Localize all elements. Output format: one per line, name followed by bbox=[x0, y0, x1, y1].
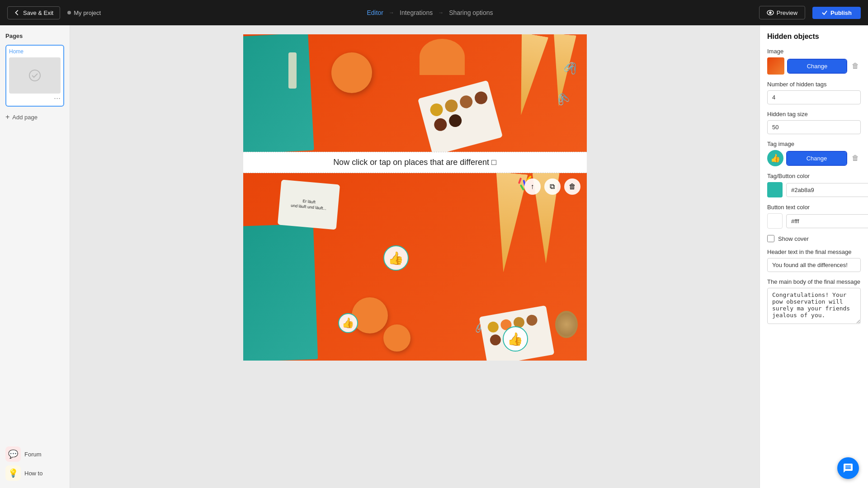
main-body-textarea[interactable] bbox=[767, 288, 861, 324]
page-thumb-menu[interactable]: ··· bbox=[9, 94, 61, 103]
project-name: My project bbox=[67, 9, 101, 16]
btn-text-color-row bbox=[767, 213, 861, 229]
save-exit-button[interactable]: Save & Exit bbox=[7, 6, 60, 19]
orange-fruit-bottom-2 bbox=[383, 324, 410, 352]
save-exit-label: Save & Exit bbox=[23, 9, 53, 16]
instruction-bar: Now click or tap on places that are diff… bbox=[243, 152, 587, 173]
main-body-label: The main body of the final message bbox=[767, 278, 861, 285]
header-text-input[interactable] bbox=[767, 258, 861, 272]
palette-deco bbox=[417, 80, 502, 152]
sidebar-howto-item[interactable]: 💡 How to bbox=[5, 465, 64, 481]
tag-image-delete-button[interactable]: 🗑 bbox=[850, 152, 861, 164]
nav-arrow-1: → bbox=[389, 9, 394, 16]
dot-icon bbox=[67, 11, 71, 14]
tag-color-label: Tag/Button color bbox=[767, 173, 861, 179]
canvas-copy-btn[interactable]: ⧉ bbox=[544, 178, 561, 195]
canvas-image-bottom[interactable]: Er läuftund läuft und läuft... bbox=[243, 173, 587, 361]
nav-step-editor[interactable]: Editor bbox=[367, 9, 383, 16]
svg-point-2 bbox=[29, 70, 40, 81]
chat-bubble[interactable] bbox=[837, 457, 859, 479]
sidebar: Pages Home ··· + Add page 💬 Forum bbox=[0, 25, 70, 488]
header-text-label: Header text in the final message bbox=[767, 249, 861, 255]
btn-text-color-label: Button text color bbox=[767, 204, 861, 211]
notebook-deco-top bbox=[243, 34, 314, 152]
tag-badge-2[interactable]: 👍 bbox=[338, 313, 358, 333]
tag-size-label: Hidden tag size bbox=[767, 111, 861, 117]
orange-fruit-top bbox=[331, 52, 372, 93]
tag-image-label: Tag image bbox=[767, 141, 861, 147]
preview-button[interactable]: Preview bbox=[759, 6, 805, 19]
topbar: Save & Exit My project Editor → Integrat… bbox=[0, 0, 868, 25]
nav-steps: Editor → Integrations → Sharing options bbox=[108, 9, 752, 16]
notebook-deco-bottom bbox=[243, 224, 318, 361]
panel-title: Hidden objects bbox=[767, 33, 861, 41]
image-label: Image bbox=[767, 48, 861, 55]
num-tags-input[interactable] bbox=[767, 90, 861, 104]
svg-point-1 bbox=[769, 12, 771, 14]
canvas-content: 🖇️ 🖇️ Now click or tap on places that ar… bbox=[243, 34, 587, 361]
nailpolish-deco bbox=[288, 52, 297, 89]
tag-badge-3[interactable]: 👍 bbox=[503, 326, 528, 352]
page-thumb-home[interactable]: Home ··· bbox=[5, 45, 64, 107]
image-change-button[interactable]: Change bbox=[788, 60, 846, 73]
nav-arrow-2: → bbox=[438, 9, 443, 16]
vw-card: Er läuftund läuft und läuft... bbox=[277, 180, 340, 230]
num-tags-label: Number of hidden tags bbox=[767, 81, 861, 88]
tag-badge-1[interactable]: 👍 bbox=[383, 245, 409, 271]
show-cover-checkbox[interactable] bbox=[767, 235, 774, 242]
page-thumb-image bbox=[9, 57, 61, 94]
canvas-image-top: 🖇️ 🖇️ bbox=[243, 34, 587, 152]
tag-color-row bbox=[767, 182, 861, 197]
main-layout: Pages Home ··· + Add page 💬 Forum bbox=[0, 25, 868, 488]
canvas-actions: ↑ ⧉ 🗑 bbox=[524, 178, 580, 195]
btn-text-color-swatch[interactable] bbox=[767, 213, 783, 229]
sidebar-bottom: 💬 Forum 💡 How to bbox=[5, 446, 64, 481]
orange-bg-bottom: Er läuftund läuft und läuft... bbox=[243, 173, 587, 361]
tag-image-change-button[interactable]: Change bbox=[787, 152, 846, 165]
icecream-cone-1 bbox=[507, 34, 548, 117]
show-cover-row: Show cover bbox=[767, 235, 861, 242]
page-thumb-label: Home bbox=[9, 48, 61, 55]
clothespin-2: 🖇️ bbox=[554, 91, 571, 107]
canvas-delete-btn[interactable]: 🗑 bbox=[564, 178, 580, 195]
tag-color-input[interactable] bbox=[786, 183, 868, 197]
image-thumbnail bbox=[767, 57, 784, 75]
canvas-move-btn[interactable]: ↑ bbox=[524, 178, 541, 195]
canvas-area[interactable]: 🖇️ 🖇️ Now click or tap on places that ar… bbox=[70, 25, 760, 488]
half-orange-top bbox=[420, 39, 465, 75]
btn-text-color-input[interactable] bbox=[786, 214, 868, 228]
pages-title: Pages bbox=[5, 33, 64, 39]
nav-step-sharing[interactable]: Sharing options bbox=[449, 9, 493, 16]
image-row: Change 🗑 bbox=[767, 57, 861, 75]
howto-icon: 💡 bbox=[5, 465, 21, 481]
tag-image-icon: 👍 bbox=[767, 150, 783, 166]
sidebar-forum-item[interactable]: 💬 Forum bbox=[5, 446, 64, 462]
forum-icon: 💬 bbox=[5, 446, 21, 462]
tag-image-row: 👍 Change 🗑 bbox=[767, 150, 861, 166]
add-page-button[interactable]: + Add page bbox=[5, 113, 64, 121]
right-panel: Hidden objects Image Change 🗑 Number of … bbox=[760, 25, 868, 488]
twine-ball bbox=[555, 311, 578, 338]
nav-step-integrations[interactable]: Integrations bbox=[400, 9, 433, 16]
publish-button[interactable]: Publish bbox=[812, 7, 861, 19]
tag-size-input[interactable] bbox=[767, 120, 861, 134]
plus-icon: + bbox=[5, 113, 9, 121]
image-delete-button[interactable]: 🗑 bbox=[850, 60, 861, 72]
tag-color-swatch[interactable] bbox=[767, 182, 783, 197]
show-cover-label[interactable]: Show cover bbox=[778, 235, 809, 242]
orange-fruit-bottom-1 bbox=[352, 297, 388, 333]
